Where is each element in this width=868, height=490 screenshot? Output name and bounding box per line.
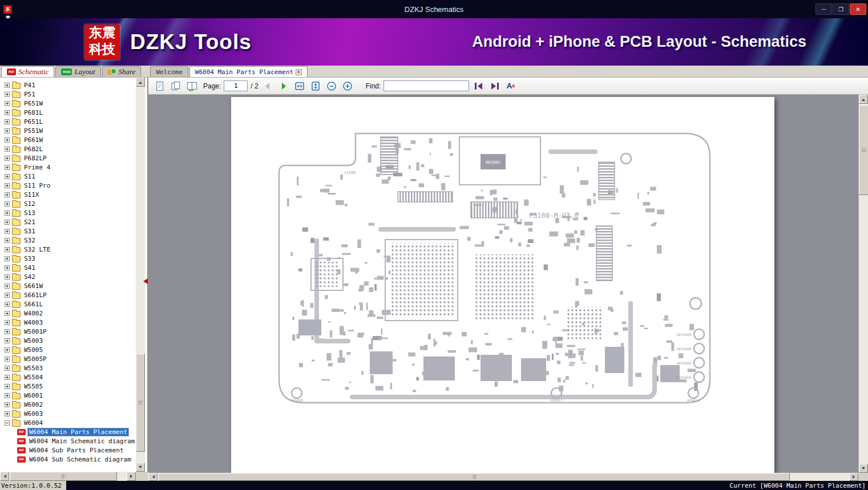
tree-folder-s21[interactable]: S21	[0, 217, 136, 226]
fit-page-icon[interactable]	[309, 79, 322, 92]
tree-folder-s31[interactable]: S31	[0, 226, 136, 236]
tree-scroll-right-button[interactable]	[127, 472, 136, 481]
viewer-hscroll-thumb[interactable]	[158, 473, 790, 481]
tree-folder-s11[interactable]: S11	[0, 172, 136, 181]
expand-icon[interactable]	[5, 357, 10, 362]
expand-icon[interactable]	[5, 329, 10, 334]
expand-icon[interactable]	[5, 274, 10, 280]
viewer-horizontal-scrollbar[interactable]	[148, 473, 858, 481]
expand-icon[interactable]	[5, 183, 10, 188]
tree-folder-s11-pro[interactable]: S11 Pro	[0, 181, 136, 190]
find-previous-icon[interactable]	[472, 79, 485, 92]
expand-icon[interactable]	[5, 320, 10, 325]
expand-icon[interactable]	[5, 229, 10, 234]
expand-icon[interactable]	[5, 210, 10, 216]
book-view-icon[interactable]	[185, 79, 198, 92]
tree-folder-w4002[interactable]: W4002	[0, 309, 136, 318]
viewer-scroll-down-button[interactable]	[859, 464, 868, 473]
tree-folder-s41[interactable]: S41	[0, 263, 136, 272]
expand-icon[interactable]	[5, 137, 10, 143]
tab-schematic[interactable]: PDFSchematic	[1, 66, 54, 77]
tree-document-0[interactable]: PDFW6004 Main Parts Placement	[0, 427, 136, 436]
expand-icon[interactable]	[5, 311, 10, 316]
tree-document-3[interactable]: PDFW6004 Sub Schematic diagram	[0, 455, 136, 464]
tree-folder-p651l[interactable]: P651L	[0, 117, 136, 126]
expand-icon[interactable]	[5, 165, 10, 170]
expand-icon[interactable]	[5, 411, 10, 416]
tree-folder-s32[interactable]: S32	[0, 236, 136, 245]
expand-icon[interactable]	[5, 238, 10, 243]
tree-folder-s13[interactable]: S13	[0, 208, 136, 217]
expand-icon[interactable]	[5, 83, 10, 88]
viewer-vertical-scrollbar[interactable]	[858, 95, 868, 473]
single-page-icon[interactable]	[153, 79, 166, 92]
tree-scroll-left-button[interactable]	[0, 472, 9, 481]
close-button[interactable]: ✕	[850, 3, 866, 15]
expand-icon[interactable]	[5, 256, 10, 261]
tree-vertical-scrollbar[interactable]	[136, 78, 145, 472]
tree-folder-w5003[interactable]: W5003	[0, 336, 136, 345]
collapse-icon[interactable]	[5, 420, 10, 426]
tab-share[interactable]: Share	[102, 66, 142, 77]
tree-folder-w6002[interactable]: W6002	[0, 400, 136, 409]
pdf-viewer[interactable]: REC691	[148, 95, 858, 473]
expand-icon[interactable]	[5, 265, 10, 270]
zoom-in-icon[interactable]	[341, 79, 354, 92]
tree-folder-s661w[interactable]: S661W	[0, 281, 136, 290]
tree-folder-p681l[interactable]: P681L	[0, 108, 136, 117]
fit-width-icon[interactable]	[293, 79, 306, 92]
tree-document-2[interactable]: PDFW6004 Sub Parts Placement	[0, 446, 136, 455]
tree-folder-w6004[interactable]: W6004	[0, 418, 136, 427]
expand-icon[interactable]	[5, 201, 10, 206]
tree-document-1[interactable]: PDFW6004 Main Schematic diagram	[0, 436, 136, 446]
facing-pages-icon[interactable]	[169, 79, 182, 92]
tree-folder-s42[interactable]: S42	[0, 272, 136, 281]
tree-folder-w5504[interactable]: W5504	[0, 372, 136, 382]
sidebar-collapse-arrow[interactable]	[140, 278, 148, 284]
tree-folder-s661l[interactable]: S661L	[0, 299, 136, 309]
tree-folder-w4003[interactable]: W4003	[0, 318, 136, 327]
tree-folder-s33[interactable]: S33	[0, 254, 136, 263]
expand-icon[interactable]	[5, 92, 10, 97]
next-page-icon[interactable]	[277, 79, 290, 92]
tree-folder-p41[interactable]: P41	[0, 80, 136, 90]
expand-icon[interactable]	[5, 302, 10, 307]
expand-icon[interactable]	[5, 192, 10, 197]
expand-icon[interactable]	[5, 402, 10, 407]
page-number-input[interactable]	[224, 80, 248, 91]
viewer-scroll-up-button[interactable]	[859, 95, 868, 104]
expand-icon[interactable]	[5, 220, 10, 225]
expand-icon[interactable]	[5, 110, 10, 115]
tab-layout[interactable]: PADSLayout	[55, 66, 100, 77]
tree-horizontal-scrollbar[interactable]	[0, 472, 136, 481]
tab-close-icon[interactable]: ✕	[296, 69, 302, 75]
previous-page-icon[interactable]	[261, 79, 274, 92]
expand-icon[interactable]	[5, 393, 10, 398]
find-input[interactable]	[383, 80, 469, 91]
tree-folder-w5005p[interactable]: W5005P	[0, 354, 136, 363]
tree-folder-p551w[interactable]: P551W	[0, 126, 136, 135]
expand-icon[interactable]	[5, 247, 10, 252]
expand-icon[interactable]	[5, 366, 10, 371]
viewer-scroll-thumb[interactable]	[859, 105, 868, 195]
tree-folder-p661w[interactable]: P661W	[0, 135, 136, 144]
tree-folder-w5001p[interactable]: W5001P	[0, 327, 136, 336]
doc-tab-0[interactable]: Welcome	[150, 66, 188, 77]
expand-icon[interactable]	[5, 174, 10, 179]
tree-scroll-up-button[interactable]	[136, 78, 145, 87]
viewer-scroll-left-button[interactable]	[148, 473, 158, 481]
expand-icon[interactable]	[5, 147, 10, 152]
tree-folder-p682lp[interactable]: P682LP	[0, 153, 136, 163]
tree-hscroll-thumb[interactable]	[10, 472, 117, 481]
tree-folder-w5005[interactable]: W5005	[0, 345, 136, 354]
expand-icon[interactable]	[5, 128, 10, 133]
tree-folder-p51[interactable]: P51	[0, 90, 136, 99]
zoom-out-icon[interactable]	[325, 79, 338, 92]
tree-folder-prime-4[interactable]: Prime 4	[0, 163, 136, 172]
tree-folder-s11x[interactable]: S11X	[0, 190, 136, 199]
doc-tab-1[interactable]: W6004 Main Parts Placement✕	[189, 66, 308, 77]
tree-folder-w5503[interactable]: W5503	[0, 363, 136, 372]
tree-folder-w6001[interactable]: W6001	[0, 391, 136, 400]
tree-folder-s32-lte[interactable]: S32 LTE	[0, 245, 136, 254]
match-case-icon[interactable]: Aa	[504, 79, 517, 92]
